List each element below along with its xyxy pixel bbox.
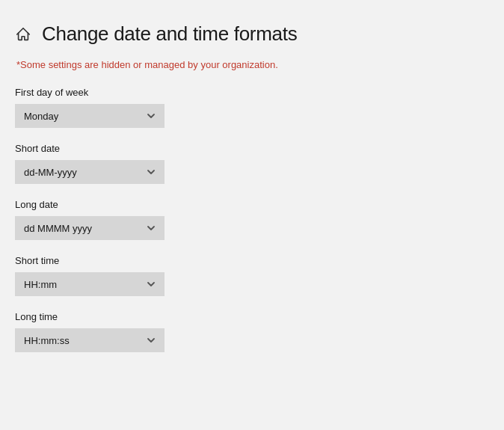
dropdown-text-first-day-of-week: Monday (24, 111, 58, 122)
chevron-down-icon-first-day-of-week (145, 110, 157, 122)
label-short-date: Short date (15, 143, 489, 154)
chevron-down-icon-long-time (145, 334, 157, 346)
dropdown-long-time[interactable]: HH:mm:ss (15, 328, 165, 352)
setting-group-long-time: Long timeHH:mm:ss (15, 311, 489, 352)
settings-container: First day of weekMondayShort datedd-MM-y… (15, 87, 489, 352)
label-first-day-of-week: First day of week (15, 87, 489, 98)
dropdown-first-day-of-week[interactable]: Monday (15, 104, 165, 128)
dropdown-text-long-time: HH:mm:ss (24, 335, 70, 346)
page-title: Change date and time formats (42, 22, 297, 46)
setting-group-short-time: Short timeHH:mm (15, 255, 489, 296)
chevron-down-icon-short-date (145, 166, 157, 178)
dropdown-long-date[interactable]: dd MMMM yyyy (15, 216, 165, 240)
setting-group-first-day-of-week: First day of weekMonday (15, 87, 489, 128)
setting-group-short-date: Short datedd-MM-yyyy (15, 143, 489, 184)
dropdown-short-time[interactable]: HH:mm (15, 272, 165, 296)
home-icon (15, 26, 31, 43)
label-long-date: Long date (15, 199, 489, 210)
dropdown-short-date[interactable]: dd-MM-yyyy (15, 160, 165, 184)
dropdown-text-long-date: dd MMMM yyyy (24, 223, 92, 234)
label-long-time: Long time (15, 311, 489, 322)
setting-group-long-date: Long datedd MMMM yyyy (15, 199, 489, 240)
page-header: Change date and time formats (15, 22, 489, 46)
dropdown-text-short-date: dd-MM-yyyy (24, 167, 77, 178)
label-short-time: Short time (15, 255, 489, 266)
dropdown-text-short-time: HH:mm (24, 279, 57, 290)
org-warning: *Some settings are hidden or managed by … (16, 59, 489, 70)
chevron-down-icon-short-time (145, 278, 157, 290)
page-container: Change date and time formats *Some setti… (0, 0, 504, 430)
chevron-down-icon-long-date (145, 222, 157, 234)
